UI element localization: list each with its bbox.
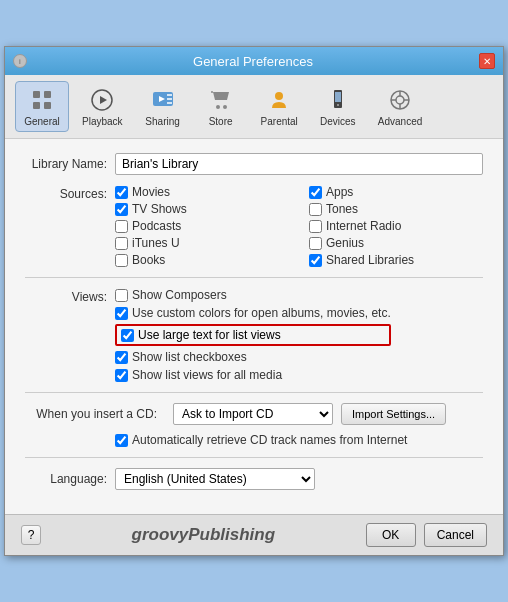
source-podcasts-checkbox[interactable]	[115, 220, 128, 233]
source-tones-checkbox[interactable]	[309, 203, 322, 216]
divider-2	[25, 392, 483, 393]
language-row: Language: English (United States) French…	[25, 468, 483, 490]
autoretrieve-label: Automatically retrieve CD track names fr…	[132, 433, 407, 447]
svg-rect-2	[44, 91, 51, 98]
divider-3	[25, 457, 483, 458]
autoretrieve-item: Automatically retrieve CD track names fr…	[115, 433, 483, 447]
footer-left: ?	[21, 525, 41, 545]
source-movies-checkbox[interactable]	[115, 186, 128, 199]
svg-point-13	[337, 104, 339, 106]
source-apps-checkbox[interactable]	[309, 186, 322, 199]
cd-label: When you insert a CD:	[25, 407, 165, 421]
window-title: General Preferences	[193, 54, 313, 69]
svg-rect-1	[33, 102, 40, 109]
toolbar-label-sharing: Sharing	[145, 116, 179, 127]
toolbar-label-store: Store	[209, 116, 233, 127]
help-button[interactable]: ?	[21, 525, 41, 545]
source-sharedlibraries: Shared Libraries	[309, 253, 483, 267]
sources-grid: Movies Apps TV Shows Tones Podcasts	[115, 185, 483, 267]
views-label: Views:	[25, 288, 115, 304]
import-settings-button[interactable]: Import Settings...	[341, 403, 446, 425]
view-customcolors-checkbox[interactable]	[115, 307, 128, 320]
svg-rect-3	[44, 102, 51, 109]
source-movies: Movies	[115, 185, 289, 199]
window-icon: i	[13, 54, 27, 68]
view-listviewsallmedia-label: Show list views for all media	[132, 368, 282, 382]
general-icon	[28, 86, 56, 114]
toolbar-item-sharing[interactable]: Sharing	[136, 81, 190, 132]
source-books-label: Books	[132, 253, 165, 267]
advanced-icon	[386, 86, 414, 114]
toolbar-item-general[interactable]: General	[15, 81, 69, 132]
toolbar-label-playback: Playback	[82, 116, 123, 127]
source-books-checkbox[interactable]	[115, 254, 128, 267]
cd-row: When you insert a CD: Ask to Import CD I…	[25, 403, 483, 425]
close-button[interactable]: ✕	[479, 53, 495, 69]
view-listcheckboxes-label: Show list checkboxes	[132, 350, 247, 364]
footer-buttons: OK Cancel	[366, 523, 487, 547]
view-largetext-highlighted: Use large text for list views	[115, 324, 391, 346]
source-itunesu-label: iTunes U	[132, 236, 180, 250]
devices-icon	[324, 86, 352, 114]
source-genius: Genius	[309, 236, 483, 250]
svg-rect-0	[33, 91, 40, 98]
toolbar-item-advanced[interactable]: Advanced	[369, 81, 431, 132]
toolbar-item-store[interactable]: Store	[194, 81, 248, 132]
view-largetext-checkbox[interactable]	[121, 329, 134, 342]
autoretrieve-checkbox[interactable]	[115, 434, 128, 447]
cd-dropdown[interactable]: Ask to Import CD Import CD Import CD and…	[173, 403, 333, 425]
language-label: Language:	[25, 472, 115, 486]
view-listviewsallmedia-checkbox[interactable]	[115, 369, 128, 382]
svg-marker-5	[100, 96, 107, 104]
view-listcheckboxes-checkbox[interactable]	[115, 351, 128, 364]
toolbar-label-general: General	[24, 116, 60, 127]
source-itunesu: iTunes U	[115, 236, 289, 250]
toolbar-item-parental[interactable]: Parental	[252, 81, 307, 132]
auto-retrieve-row: Automatically retrieve CD track names fr…	[25, 433, 483, 447]
source-sharedlibraries-checkbox[interactable]	[309, 254, 322, 267]
view-showcomposers-checkbox[interactable]	[115, 289, 128, 302]
view-listviewsallmedia: Show list views for all media	[115, 368, 391, 382]
view-largetext-label: Use large text for list views	[138, 328, 281, 342]
source-movies-label: Movies	[132, 185, 170, 199]
views-checks: Show Composers Use custom colors for ope…	[115, 288, 391, 382]
brand-text: groovyPublishing	[132, 525, 276, 544]
source-books: Books	[115, 253, 289, 267]
source-tvshows-label: TV Shows	[132, 202, 187, 216]
source-tones: Tones	[309, 202, 483, 216]
parental-icon	[265, 86, 293, 114]
language-dropdown[interactable]: English (United States) French German Sp…	[115, 468, 315, 490]
library-name-row: Library Name:	[25, 153, 483, 175]
source-tones-label: Tones	[326, 202, 358, 216]
svg-point-8	[216, 105, 220, 109]
store-icon	[207, 86, 235, 114]
divider-1	[25, 277, 483, 278]
source-internetradio-checkbox[interactable]	[309, 220, 322, 233]
view-showcomposers-label: Show Composers	[132, 288, 227, 302]
cancel-button[interactable]: Cancel	[424, 523, 487, 547]
source-tvshows: TV Shows	[115, 202, 289, 216]
library-name-input[interactable]	[115, 153, 483, 175]
source-sharedlibraries-label: Shared Libraries	[326, 253, 414, 267]
title-bar: i General Preferences ✕	[5, 47, 503, 75]
source-itunesu-checkbox[interactable]	[115, 237, 128, 250]
toolbar: General Playback Sharing	[5, 75, 503, 139]
preferences-window: i General Preferences ✕ General	[4, 46, 504, 556]
source-tvshows-checkbox[interactable]	[115, 203, 128, 216]
library-name-label: Library Name:	[25, 157, 115, 171]
source-genius-checkbox[interactable]	[309, 237, 322, 250]
view-customcolors: Use custom colors for open albums, movie…	[115, 306, 391, 320]
source-apps: Apps	[309, 185, 483, 199]
footer: ? groovyPublishing OK Cancel	[5, 514, 503, 555]
view-customcolors-label: Use custom colors for open albums, movie…	[132, 306, 391, 320]
toolbar-item-devices[interactable]: Devices	[311, 81, 365, 132]
source-apps-label: Apps	[326, 185, 353, 199]
toolbar-item-playback[interactable]: Playback	[73, 81, 132, 132]
footer-brand: groovyPublishing	[41, 525, 366, 545]
source-podcasts: Podcasts	[115, 219, 289, 233]
toolbar-label-parental: Parental	[261, 116, 298, 127]
svg-point-9	[223, 105, 227, 109]
ok-button[interactable]: OK	[366, 523, 416, 547]
svg-rect-12	[335, 92, 341, 102]
toolbar-label-devices: Devices	[320, 116, 356, 127]
